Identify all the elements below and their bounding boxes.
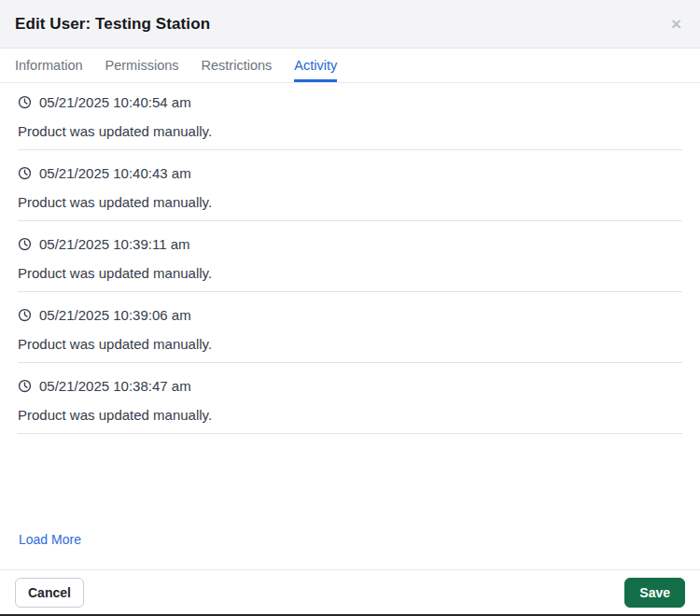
edit-user-modal: Edit User: Testing Station × Information… xyxy=(0,0,700,616)
entry-timestamp: 05/21/2025 10:40:43 am xyxy=(39,165,191,181)
clock-icon xyxy=(18,379,32,393)
activity-entry: 05/21/2025 10:39:11 amProduct was update… xyxy=(18,221,682,292)
load-more-link[interactable]: Load More xyxy=(19,532,81,547)
activity-list: 05/21/2025 10:40:54 amProduct was update… xyxy=(0,83,700,434)
clock-icon xyxy=(18,166,32,180)
modal-footer: Cancel Save xyxy=(0,569,700,614)
cancel-button[interactable]: Cancel xyxy=(15,578,84,608)
entry-timestamp-row: 05/21/2025 10:39:11 am xyxy=(18,234,682,254)
modal-body: 05/21/2025 10:40:54 amProduct was update… xyxy=(0,83,700,569)
entry-message: Product was updated manually. xyxy=(18,334,682,354)
entry-timestamp-row: 05/21/2025 10:40:54 am xyxy=(18,92,682,112)
activity-entry: 05/21/2025 10:38:47 amProduct was update… xyxy=(18,363,682,434)
tab-permissions[interactable]: Permissions xyxy=(105,49,179,82)
clock-icon xyxy=(18,95,32,109)
entry-message: Product was updated manually. xyxy=(18,405,682,425)
modal-title: Edit User: Testing Station xyxy=(15,15,210,34)
entry-message: Product was updated manually. xyxy=(18,192,682,212)
entry-message: Product was updated manually. xyxy=(18,263,682,283)
activity-entry: 05/21/2025 10:40:54 amProduct was update… xyxy=(18,83,682,150)
entry-timestamp: 05/21/2025 10:39:06 am xyxy=(39,307,191,323)
tab-bar: InformationPermissionsRestrictionsActivi… xyxy=(0,49,700,83)
entry-timestamp-row: 05/21/2025 10:38:47 am xyxy=(18,376,682,396)
clock-icon xyxy=(18,308,32,322)
activity-entry: 05/21/2025 10:39:06 amProduct was update… xyxy=(18,292,682,363)
load-more-row: Load More xyxy=(0,531,700,548)
clock-icon xyxy=(18,237,32,251)
entry-timestamp-row: 05/21/2025 10:40:43 am xyxy=(18,163,682,183)
entry-timestamp: 05/21/2025 10:38:47 am xyxy=(39,378,191,394)
modal-header: Edit User: Testing Station × xyxy=(0,0,700,49)
close-icon[interactable]: × xyxy=(667,13,685,35)
activity-entry: 05/21/2025 10:40:43 amProduct was update… xyxy=(18,150,682,221)
entry-message: Product was updated manually. xyxy=(18,121,682,141)
tab-restrictions[interactable]: Restrictions xyxy=(202,49,273,82)
tab-information[interactable]: Information xyxy=(15,49,83,82)
entry-timestamp: 05/21/2025 10:39:11 am xyxy=(39,236,190,252)
save-button[interactable]: Save xyxy=(624,578,685,608)
tab-activity[interactable]: Activity xyxy=(294,49,337,82)
entry-timestamp: 05/21/2025 10:40:54 am xyxy=(39,94,191,110)
entry-timestamp-row: 05/21/2025 10:39:06 am xyxy=(18,305,682,325)
